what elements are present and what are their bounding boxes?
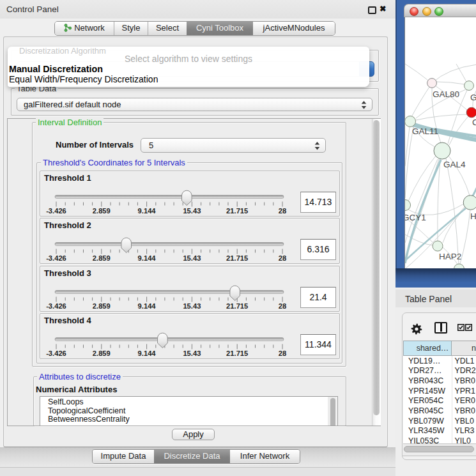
svg-text:28: 28	[279, 302, 286, 310]
svg-text:15.43: 15.43	[183, 302, 201, 310]
svg-text:9.144: 9.144	[138, 349, 157, 357]
svg-text:21.715: 21.715	[226, 254, 248, 262]
svg-text:15.43: 15.43	[183, 254, 201, 262]
svg-text:15.43: 15.43	[183, 349, 201, 357]
svg-text:28: 28	[279, 349, 286, 357]
svg-text:GA: GA	[470, 93, 476, 102]
svg-text:GAL11: GAL11	[412, 127, 438, 136]
svg-text:-3.426: -3.426	[46, 302, 66, 310]
svg-text:28: 28	[279, 254, 286, 262]
svg-text:2.859: 2.859	[93, 349, 111, 357]
svg-text:GAL80: GAL80	[433, 89, 459, 99]
svg-text:2.859: 2.859	[93, 302, 111, 310]
svg-text:-3.426: -3.426	[46, 349, 66, 357]
svg-text:H: H	[470, 211, 476, 221]
svg-text:9.144: 9.144	[138, 207, 157, 215]
svg-text:GAL4: GAL4	[443, 160, 466, 169]
svg-text:2.859: 2.859	[93, 207, 111, 215]
svg-text:21.715: 21.715	[226, 349, 248, 357]
svg-text:-3.426: -3.426	[46, 207, 66, 215]
svg-text:GCY1: GCY1	[405, 213, 426, 222]
svg-text:21.715: 21.715	[226, 207, 248, 215]
svg-text:9.144: 9.144	[138, 302, 157, 310]
svg-text:-3.426: -3.426	[46, 254, 66, 262]
svg-text:9.144: 9.144	[138, 254, 157, 262]
svg-text:15.43: 15.43	[183, 207, 201, 215]
svg-text:2.859: 2.859	[93, 254, 111, 262]
svg-text:C: C	[472, 118, 476, 127]
svg-text:21.715: 21.715	[226, 302, 248, 310]
svg-text:HAP2: HAP2	[439, 252, 461, 261]
svg-text:28: 28	[279, 207, 286, 215]
